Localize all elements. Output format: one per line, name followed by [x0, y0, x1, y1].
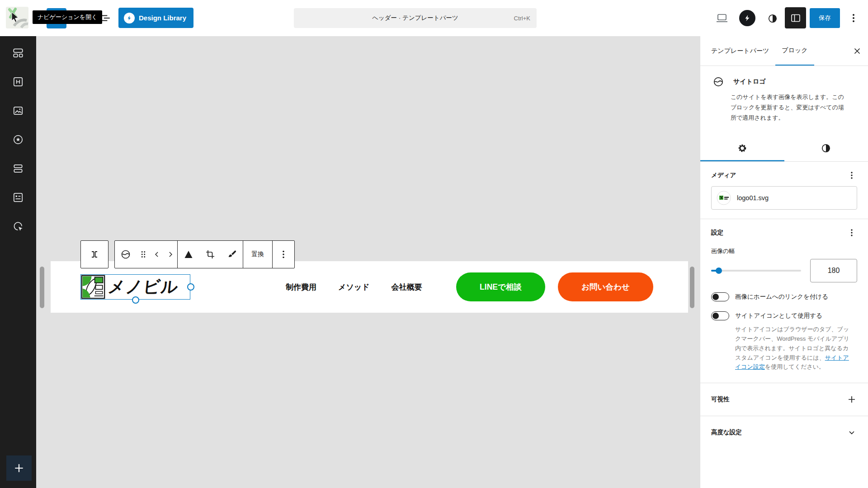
block-toolbar-group: 置換 [114, 240, 295, 268]
navigation-tooltip: ナビゲーションを開く [33, 10, 102, 24]
nav-item-pricing[interactable]: 制作費用 [286, 282, 316, 292]
media-options-kebab-icon[interactable] [846, 170, 857, 181]
bolt-icon [124, 13, 135, 23]
editor-left-rail [0, 36, 36, 488]
toggle-off[interactable] [711, 311, 729, 320]
heading-block-icon[interactable] [12, 76, 24, 88]
duotone-filter-icon[interactable] [178, 241, 199, 268]
settings-style-tabs [700, 135, 868, 162]
close-icon[interactable] [851, 45, 863, 57]
site-logo-text: メノビル [107, 276, 179, 298]
save-button[interactable]: 保存 [810, 8, 840, 28]
move-right-icon[interactable] [164, 241, 177, 268]
styles-contrast-icon [821, 143, 831, 154]
settings-options-kebab-icon[interactable] [846, 227, 857, 238]
brush-styles-icon[interactable] [221, 241, 243, 268]
slider-track[interactable] [711, 270, 801, 272]
drag-handle-icon[interactable] [137, 241, 150, 268]
help-text-after: を使用してください。 [765, 363, 825, 370]
design-library-button[interactable]: Design Library [118, 8, 193, 28]
visibility-title: 可視性 [711, 395, 730, 404]
site-logo-block-icon[interactable] [115, 241, 137, 268]
visibility-panel-header[interactable]: 可視性 [700, 383, 868, 416]
block-description: このサイトを表す画像を表示します。このブロックを更新すると、変更はすべての場所で… [731, 92, 846, 123]
notes-document-icon[interactable] [12, 192, 24, 203]
site-icon-toggle-label: サイトアイコンとして使用する [735, 312, 822, 320]
image-width-slider[interactable] [711, 259, 801, 282]
line-consult-button[interactable]: LINEで相談 [456, 272, 545, 301]
site-icon-toggle-row[interactable]: サイトアイコンとして使用する [711, 311, 857, 320]
mouse-cursor-icon [11, 12, 22, 23]
nav-item-method[interactable]: メソッド [338, 282, 370, 292]
link-home-toggle-label: 画像にホームへのリンクを付ける [735, 293, 828, 301]
image-block-icon[interactable] [12, 105, 24, 117]
device-preview-icon[interactable] [716, 14, 728, 23]
settings-panel-title: 設定 [711, 229, 723, 237]
template-resize-handle-right[interactable] [690, 267, 694, 308]
command-shortcut: Ctrl+K [514, 8, 530, 28]
block-card: サイトロゴ このサイトを表す画像を表示します。このブロックを更新すると、変更はす… [700, 66, 868, 132]
tab-styles-contrast[interactable] [784, 135, 868, 161]
nav-item-company[interactable]: 会社概要 [392, 282, 422, 292]
advanced-panel-header[interactable]: 高度な設定 [700, 416, 868, 449]
contact-button[interactable]: お問い合わせ [558, 272, 653, 301]
block-options-kebab-icon[interactable] [273, 241, 294, 268]
editor-canvas: 置換 メノビル [36, 36, 700, 488]
top-bar: ナビゲーションを開く Design Library ヘッダー · テンプレートパ… [0, 0, 868, 36]
star-circle-icon[interactable] [12, 134, 24, 145]
move-left-icon[interactable] [150, 241, 164, 268]
tab-template-parts[interactable]: テンプレートパーツ [705, 36, 775, 66]
header-template-preview: メノビル 制作費用 メソッド 会社概要 LINEで相談 お問い合わせ [51, 261, 688, 313]
add-block-button[interactable] [6, 455, 32, 481]
select-template-part-button[interactable] [80, 240, 108, 268]
media-file-button[interactable]: logo01.svg [711, 186, 857, 210]
crop-icon[interactable] [199, 241, 221, 268]
advanced-title: 高度な設定 [711, 428, 742, 436]
tab-settings-gear[interactable] [700, 135, 784, 161]
sidebar-icon [790, 13, 801, 23]
plus-icon [846, 394, 857, 405]
logo-thumbnail [717, 191, 731, 205]
settings-panel-toggle-button[interactable] [785, 7, 806, 28]
command-bar[interactable]: ヘッダー · テンプレートパーツ Ctrl+K [294, 8, 537, 28]
image-width-input[interactable] [810, 259, 857, 282]
menobiru-logo-mark [81, 275, 105, 299]
sidebar-tab-bar: テンプレートパーツ ブロック [700, 36, 868, 66]
options-kebab-icon[interactable] [848, 13, 859, 23]
image-width-label: 画像の幅 [711, 247, 857, 255]
click-pointer-icon[interactable] [12, 221, 24, 232]
site-icon-help-text: サイトアイコンはブラウザーのタブ、ブックマークバー、WordPress モバイル… [735, 325, 853, 372]
logo-resize-handle-right[interactable] [187, 283, 194, 291]
block-toolbar: 置換 [80, 240, 295, 268]
settings-panel: 設定 画像の幅 画像にホームへのリンクを付ける サイト [700, 219, 868, 383]
contrast-icon[interactable] [767, 13, 778, 24]
media-panel: メディア logo01.svg [700, 162, 868, 219]
media-panel-title: メディア [711, 171, 736, 179]
toggle-off[interactable] [711, 292, 729, 301]
replace-button[interactable]: 置換 [243, 241, 272, 268]
slider-thumb[interactable] [716, 267, 722, 274]
chevron-down-icon [846, 427, 857, 438]
wordpress-site-editor: ナビゲーションを開く Design Library ヘッダー · テンプレートパ… [0, 0, 868, 488]
template-resize-handle-left[interactable] [40, 267, 44, 308]
block-title: サイトロゴ [733, 78, 766, 86]
link-home-toggle-row[interactable]: 画像にホームへのリンクを付ける [711, 292, 857, 301]
tab-block[interactable]: ブロック [775, 36, 814, 66]
stacked-rows-icon[interactable] [12, 163, 24, 174]
block-settings-sidebar: テンプレートパーツ ブロック サイトロゴ このサイトを表す画像を表示します。この… [700, 36, 868, 488]
gear-icon [737, 143, 748, 154]
site-logo-icon [712, 76, 724, 88]
document-title: ヘッダー · テンプレートパーツ [372, 14, 458, 22]
swell-theme-icon[interactable] [739, 10, 755, 26]
design-library-label: Design Library [139, 14, 186, 22]
logo-resize-handle-bottom[interactable] [132, 296, 139, 304]
brackets-icon [89, 249, 100, 260]
site-logo-block-selected[interactable]: メノビル [80, 274, 190, 300]
media-filename: logo01.svg [737, 194, 769, 202]
blocks-layout-icon[interactable] [12, 47, 24, 59]
header-navigation: 制作費用 メソッド 会社概要 [286, 261, 422, 313]
